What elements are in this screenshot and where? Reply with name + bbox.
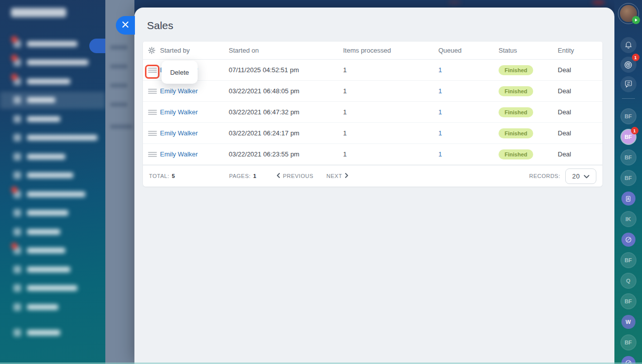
table-header-row: Started by Started on Items processed Qu… <box>143 42 602 60</box>
queued-link[interactable]: 1 <box>438 150 442 158</box>
menu-item-delete[interactable]: Delete <box>170 69 189 76</box>
column-header-entity[interactable]: Entity <box>558 47 602 54</box>
menu-item-icon <box>14 96 21 104</box>
column-header-started-on[interactable]: Started on <box>229 47 343 54</box>
column-header-started-by[interactable]: Started by <box>160 47 229 54</box>
colleague-avatar[interactable]: W <box>621 315 635 329</box>
colleague-avatar[interactable]: IK <box>621 212 635 226</box>
sidebar-menu-item[interactable] <box>0 280 105 297</box>
previous-page-button[interactable]: PREVIOUS <box>276 173 313 179</box>
status-badge: Finished <box>499 107 533 117</box>
dimmed-blue-button <box>89 39 105 53</box>
pages-label: PAGES: <box>229 173 251 179</box>
contact-card-avatar-icon[interactable] <box>621 192 635 206</box>
sidebar-menu-item[interactable] <box>0 129 105 146</box>
sidebar-menu-item[interactable] <box>0 298 105 315</box>
close-panel-button[interactable] <box>116 16 135 35</box>
sidebar-menu-item[interactable] <box>0 205 105 222</box>
sidebar-menu-item[interactable] <box>0 223 105 240</box>
status-badge: Finished <box>499 65 533 75</box>
records-value: 20 <box>572 172 580 180</box>
colleague-avatar[interactable]: BF <box>621 294 635 308</box>
colleague-avatar[interactable]: BF <box>621 171 635 185</box>
notification-dot <box>11 187 18 193</box>
started-by-link[interactable]: Emily Walker <box>160 150 198 158</box>
sidebar-menu-item[interactable] <box>0 148 105 165</box>
row-actions-menu-icon[interactable] <box>147 150 158 158</box>
right-toolbar: 1 BFBF1BFBFIKBFQBFWBF <box>614 0 642 364</box>
app-logo[interactable] <box>11 8 66 17</box>
row-context-menu: Delete <box>162 61 198 84</box>
row-actions-menu-icon[interactable] <box>147 129 158 137</box>
next-page-button[interactable]: NEXT <box>327 173 349 179</box>
status-badge: Finished <box>499 149 533 159</box>
table-row: Emily Walker03/22/2021 06:48:05 pm11Fini… <box>143 81 602 102</box>
close-icon <box>122 21 129 30</box>
colleague-avatar[interactable]: BF1 <box>621 130 635 144</box>
queued-link[interactable]: 1 <box>438 87 442 95</box>
row-actions-menu-icon[interactable] <box>147 108 158 116</box>
page-title: Sales <box>147 20 614 32</box>
records-label: RECORDS: <box>529 173 560 179</box>
menu-item-icon <box>14 59 21 66</box>
dimmed-background-content <box>105 0 134 364</box>
menu-item-icon <box>14 247 21 254</box>
queued-link[interactable]: 1 <box>438 66 442 74</box>
items-processed-value: 1 <box>343 87 438 95</box>
started-by-link[interactable]: Emily Walker <box>160 108 198 116</box>
compass-avatar-icon[interactable] <box>621 233 635 247</box>
started-on-value: 03/22/2021 06:47:32 pm <box>229 108 343 116</box>
colleague-avatar[interactable]: Q <box>621 274 635 288</box>
menu-item-icon <box>14 209 21 217</box>
items-processed-value: 1 <box>343 66 438 74</box>
sidebar-menu-item[interactable] <box>0 261 105 278</box>
queued-link[interactable]: 1 <box>438 108 442 116</box>
column-header-queued[interactable]: Queued <box>438 47 499 54</box>
menu-item-icon <box>14 228 21 236</box>
notification-dot <box>11 55 18 61</box>
automation-runs-table: Started by Started on Items processed Qu… <box>143 42 602 187</box>
copilot-icon[interactable]: 1 <box>620 57 636 73</box>
row-actions-menu-icon[interactable] <box>147 66 158 74</box>
entity-value: Deal <box>558 129 602 137</box>
table-settings-gear-icon[interactable] <box>147 46 156 55</box>
user-avatar[interactable] <box>620 5 637 22</box>
dimmed-notification-glow <box>592 0 605 5</box>
status-badge: Finished <box>499 86 533 96</box>
pages-value: 1 <box>253 173 256 179</box>
sidebar-menu-item[interactable] <box>0 186 105 203</box>
colleague-avatar[interactable]: BF <box>621 150 635 164</box>
colleague-avatar[interactable]: BF <box>621 253 635 267</box>
notification-dot <box>11 74 18 80</box>
total-value: 5 <box>172 173 175 179</box>
sidebar-menu-item[interactable] <box>0 110 105 127</box>
entity-value: Deal <box>558 66 602 74</box>
sidebar-menu-item[interactable] <box>0 242 105 259</box>
started-by-link[interactable]: Emily Walker <box>160 129 198 137</box>
table-row: Emily Walker03/22/2021 06:47:32 pm11Fini… <box>143 102 602 123</box>
sidebar-menu-item[interactable] <box>0 54 105 71</box>
sales-slide-panel: Sales Started by Started on Items proces… <box>134 8 614 364</box>
table-row: Emily Walker03/22/2021 06:23:55 pm11Fini… <box>143 144 602 165</box>
started-by-link[interactable]: Emily Walker <box>160 87 198 95</box>
sidebar-menu-item[interactable] <box>0 324 105 341</box>
queued-link[interactable]: 1 <box>438 129 442 137</box>
menu-item-icon <box>14 78 21 85</box>
total-label: TOTAL: <box>149 173 170 179</box>
bell-icon[interactable] <box>620 37 636 53</box>
entity-value: Deal <box>558 150 602 158</box>
colleague-avatar[interactable]: BF <box>621 335 635 349</box>
row-actions-menu-icon[interactable] <box>147 87 158 95</box>
sidebar-menu-item[interactable] <box>0 167 105 184</box>
items-processed-value: 1 <box>343 108 438 116</box>
online-status-badge <box>632 16 640 24</box>
chat-icon[interactable] <box>620 76 636 92</box>
sidebar-menu-item[interactable] <box>0 92 105 109</box>
column-header-items-processed[interactable]: Items processed <box>343 47 438 54</box>
colleague-avatar[interactable]: BF <box>621 109 635 123</box>
sidebar-menu-item[interactable] <box>0 73 105 90</box>
records-per-page-select[interactable]: 20 <box>565 168 596 184</box>
menu-item-icon <box>14 191 21 198</box>
column-header-status[interactable]: Status <box>499 47 558 54</box>
table-row: Emily Walker07/11/2025 04:52:51 pm11Fini… <box>143 60 602 81</box>
